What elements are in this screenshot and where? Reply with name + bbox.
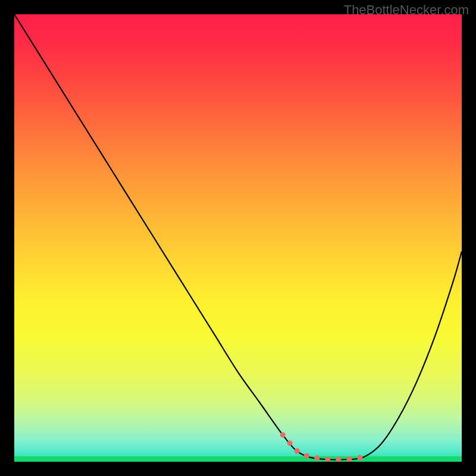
chart-plot-area (14, 14, 462, 462)
optimal-range-dots (283, 435, 363, 459)
watermark-text: TheBottleNecker.com (344, 2, 469, 18)
chart-svg (14, 14, 462, 462)
bottleneck-curve-line (14, 14, 462, 460)
